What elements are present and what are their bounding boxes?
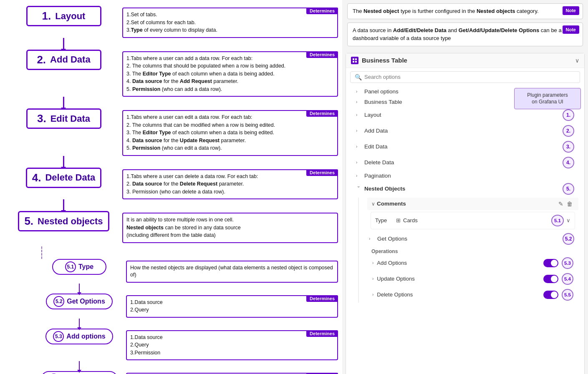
panel-header: Business Table ∨ bbox=[346, 53, 584, 68]
sub-label-get: Get Options bbox=[67, 298, 105, 305]
flow-row-nested: 5. Nested objects It is an ability to st… bbox=[8, 211, 338, 243]
panel-icon bbox=[351, 57, 358, 64]
plugin-tooltip: Plugin parameterson Grafana UI bbox=[514, 88, 581, 110]
node-number-3: 3. bbox=[37, 112, 46, 125]
tree-item-get-options[interactable]: › Get Options 5.2 bbox=[367, 231, 578, 247]
desc-line: 3.Permission bbox=[130, 349, 334, 357]
svg-rect-2 bbox=[353, 61, 354, 63]
flow-row-add-data: 2. Add Data Determines 1.Tabs where a us… bbox=[8, 50, 338, 97]
tree-badge-get-options: 5.2 bbox=[563, 233, 574, 245]
sub-label-type: Type bbox=[78, 263, 93, 271]
desc-line: 1.Set of tabs. bbox=[126, 11, 334, 19]
note-text-1: The Nested object type is further config… bbox=[353, 8, 539, 14]
tree-item-pagination[interactable]: › Pagination bbox=[352, 171, 578, 181]
chevron-icon: › bbox=[356, 160, 361, 165]
note-badge-1: Note bbox=[563, 6, 579, 15]
desc-line: It is an ability to store multiple rows … bbox=[126, 216, 316, 224]
desc-add-options: Determines 1.Data source 2.Query 3.Permi… bbox=[126, 330, 338, 361]
flow-desc-edit-data: Determines 1.Tabs where a user can edit … bbox=[122, 110, 338, 156]
notes-section: Note The Nested object type is further c… bbox=[342, 0, 588, 53]
type-chevron-icon[interactable]: ∨ bbox=[566, 217, 570, 223]
sub-arrow-3-4 bbox=[79, 361, 80, 370]
toggle-update-options[interactable] bbox=[543, 275, 558, 283]
svg-rect-0 bbox=[353, 58, 354, 60]
op-label-delete: Delete Options bbox=[377, 291, 540, 298]
flow-label-col-3: 3. Edit Data bbox=[8, 108, 119, 129]
desc-line: 2.Query bbox=[130, 306, 334, 314]
flow-node-nested: 5. Nested objects bbox=[18, 211, 109, 231]
desc-line: 1.Tabs where a user can edit a data row.… bbox=[126, 114, 334, 121]
flow-label-col-5: 5. Nested objects bbox=[8, 211, 119, 231]
node-number-4: 4. bbox=[32, 171, 41, 184]
note-text-2: A data source in Add/Edit/Delete Data an… bbox=[353, 27, 562, 42]
cards-icon: ⊞ bbox=[396, 217, 401, 223]
chevron-icon: › bbox=[356, 128, 361, 133]
node-number-2: 2. bbox=[37, 53, 46, 66]
toggle-delete-options[interactable] bbox=[543, 291, 558, 299]
flow-desc-add-data: Determines 1.Tabs where a user can add a… bbox=[122, 51, 338, 97]
sub-row-update-options: 5.4 Update options Determines 1.Data sou… bbox=[38, 371, 338, 374]
desc-line: 5. Permission (who can edit a data row). bbox=[126, 145, 334, 152]
svg-rect-1 bbox=[355, 58, 357, 60]
determines-badge-1: Determines bbox=[306, 8, 338, 14]
comments-section-header: ∨ Comments ✎ 🗑 bbox=[367, 198, 578, 210]
nested-expanded-content: ∨ Comments ✎ 🗑 Type ⊞ Cards 5.1 ∨ bbox=[358, 198, 578, 303]
determines-badge-53: Determines bbox=[306, 330, 338, 337]
search-input[interactable] bbox=[364, 74, 575, 80]
desc-get-options: Determines 1.Data source 2.Query bbox=[126, 295, 338, 318]
sub-row-add-options: 5.3 Add options Determines 1.Data source… bbox=[38, 329, 338, 361]
toggle-add-options[interactable] bbox=[543, 259, 558, 267]
flow-node-add-data: 2. Add Data bbox=[26, 50, 101, 70]
tree-badge-layout: 1. bbox=[563, 109, 574, 121]
node-label-5: Nested objects bbox=[38, 216, 103, 227]
panel-title: Business Table bbox=[351, 57, 407, 64]
desc-box-nested: It is an ability to store multiple rows … bbox=[122, 213, 338, 243]
node-number-1: 1. bbox=[42, 10, 51, 23]
type-value: Cards bbox=[403, 217, 549, 223]
node-label-1: Layout bbox=[55, 11, 85, 22]
tree-item-layout[interactable]: › Layout 1. bbox=[352, 107, 578, 123]
sub-badge-5-2: 5.2 bbox=[53, 296, 64, 307]
tree-item-delete-data[interactable]: › Delete Data 4. bbox=[352, 155, 578, 171]
op-label-update: Update Options bbox=[377, 276, 540, 282]
chevron-down-icon: › bbox=[356, 186, 361, 191]
chevron-icon: › bbox=[356, 89, 361, 94]
op-badge-53: 5.3 bbox=[562, 257, 573, 269]
node-label-3: Edit Data bbox=[50, 113, 90, 124]
delete-button[interactable]: 🗑 bbox=[565, 200, 574, 208]
tree-item-edit-data[interactable]: › Edit Data 3. bbox=[352, 139, 578, 155]
flow-node-delete-data: 4. Delete Data bbox=[26, 168, 102, 188]
tree-item-nested-objects[interactable]: › Nested Objects 5. bbox=[352, 181, 578, 197]
section-collapse-icon[interactable]: ∨ bbox=[371, 201, 375, 207]
desc-line: 1.Tabs where a user can add a data row. … bbox=[126, 55, 334, 63]
desc-line: 4. Data source for the Update Request pa… bbox=[126, 137, 334, 145]
tree-badge-delete-data: 4. bbox=[563, 157, 574, 168]
desc-line: 5. Permission (who can add a data row). bbox=[126, 86, 334, 93]
edit-button[interactable]: ✎ bbox=[557, 200, 565, 208]
tree-item-add-data[interactable]: › Add Data 2. bbox=[352, 123, 578, 139]
note-box-2: Note A data source in Add/Edit/Delete Da… bbox=[347, 23, 583, 46]
flow-diagram: 1. Layout Determines 1.Set of tabs. 2.Se… bbox=[4, 4, 338, 374]
note-box-1: Note The Nested object type is further c… bbox=[347, 3, 583, 19]
grafana-panel: Business Table ∨ 🔍 › Panel options › Bus… bbox=[346, 53, 585, 374]
tree-badge-add-data: 2. bbox=[563, 125, 574, 137]
sub-row-type: 5.1 Type How the nested objects are disp… bbox=[38, 259, 338, 283]
type-badge-51: 5.1 bbox=[551, 215, 564, 226]
desc-type: How the nested objects are displayed (wh… bbox=[126, 261, 338, 283]
arrow-3-4 bbox=[63, 156, 64, 168]
tree-label: Add Data bbox=[364, 128, 561, 134]
flow-label-col-1: 1. Layout bbox=[8, 6, 119, 26]
sub-flow-container: 5.1 Type How the nested objects are disp… bbox=[38, 259, 338, 374]
flow-desc-layout: Determines 1.Set of tabs. 2.Set of colum… bbox=[122, 8, 338, 38]
panel-chevron-icon[interactable]: ∨ bbox=[575, 57, 579, 64]
op-badge-54: 5.4 bbox=[562, 273, 573, 285]
sub-arrow-1-2 bbox=[79, 284, 80, 293]
op-chevron-delete: › bbox=[372, 292, 373, 297]
desc-line: How the nested objects are displayed (wh… bbox=[130, 264, 334, 279]
operation-row-delete: › Delete Options 5.5 bbox=[367, 287, 578, 303]
search-box: 🔍 bbox=[350, 71, 580, 83]
left-panel: 1. Layout Determines 1.Set of tabs. 2.Se… bbox=[0, 0, 342, 374]
options-tree: › Panel options › Business Table › Layou… bbox=[350, 86, 580, 303]
desc-line: (including different from the table data… bbox=[126, 232, 316, 239]
tree-badge-edit-data: 3. bbox=[563, 141, 574, 153]
